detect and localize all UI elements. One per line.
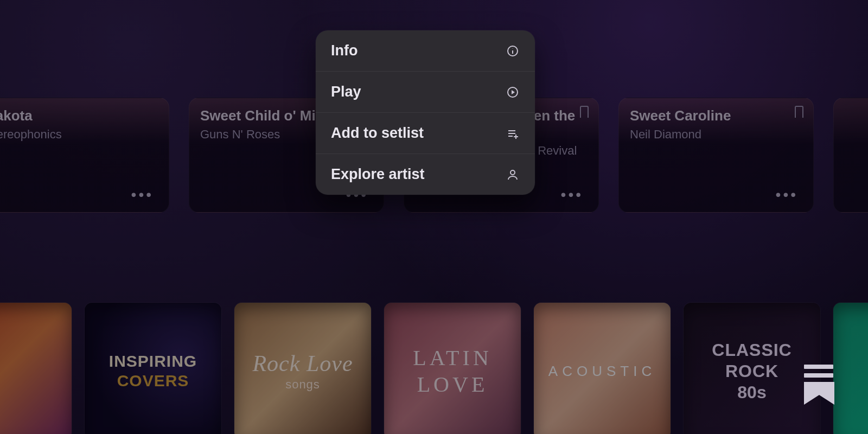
playlist-tile[interactable]: INSPIRING COVERS xyxy=(85,303,221,434)
menu-item-add-to-setlist[interactable]: Add to setlist xyxy=(316,113,535,154)
song-card[interactable]: Dakota Stereophonics ••• xyxy=(0,98,169,213)
tile-label: LOVE xyxy=(417,372,488,397)
playlist-tile[interactable]: LATIN LOVE xyxy=(384,303,521,434)
bookmark-icon xyxy=(795,106,803,118)
corner-bookmark-icon[interactable] xyxy=(804,365,834,405)
playlist-tile[interactable] xyxy=(0,303,72,434)
svg-point-10 xyxy=(510,170,515,175)
tile-label: Rock Love xyxy=(252,350,353,376)
more-icon[interactable]: ••• xyxy=(776,186,798,203)
playlist-tile[interactable] xyxy=(833,303,868,434)
context-menu: Info Play Add to setlist Explore artist xyxy=(316,30,535,195)
play-circle-icon xyxy=(506,85,520,99)
song-title: Dakota xyxy=(0,108,158,124)
tile-label: CLASSIC xyxy=(712,340,792,360)
menu-item-label: Add to setlist xyxy=(331,125,424,142)
song-artist: Stereophonics xyxy=(0,127,158,142)
svg-marker-11 xyxy=(804,382,834,405)
tile-label: INSPIRING xyxy=(109,352,197,371)
person-icon xyxy=(506,168,520,182)
playlist-add-icon xyxy=(506,126,520,141)
tile-label: songs xyxy=(285,378,320,392)
song-card[interactable]: Sweet Caroline Neil Diamond ••• xyxy=(618,98,814,213)
menu-item-explore-artist[interactable]: Explore artist xyxy=(316,154,535,195)
menu-item-label: Info xyxy=(331,42,358,59)
tile-label: COVERS xyxy=(117,372,189,390)
menu-item-label: Play xyxy=(331,84,361,100)
svg-point-2 xyxy=(513,48,513,49)
tile-label: 80s xyxy=(737,382,766,403)
song-artist: Neil Diamond xyxy=(630,127,802,142)
svg-marker-4 xyxy=(512,90,515,94)
info-icon xyxy=(506,44,520,58)
tile-label: ROCK xyxy=(725,361,778,381)
song-card[interactable] xyxy=(833,98,868,213)
more-icon[interactable]: ••• xyxy=(131,186,154,203)
tile-label: ACOUSTIC xyxy=(548,363,656,380)
menu-item-label: Explore artist xyxy=(331,166,425,183)
playlist-tile-row: INSPIRING COVERS Rock Love songs LATIN L… xyxy=(0,303,868,434)
menu-item-info[interactable]: Info xyxy=(316,30,535,72)
playlist-tile[interactable]: Rock Love songs xyxy=(234,303,371,434)
playlist-tile[interactable]: ACOUSTIC xyxy=(534,303,671,434)
more-icon[interactable]: ••• xyxy=(561,186,583,203)
playlist-tile[interactable]: CLASSIC ROCK 80s xyxy=(684,303,820,434)
bookmark-icon xyxy=(580,106,589,118)
menu-item-play[interactable]: Play xyxy=(316,72,535,113)
tile-label: LATIN xyxy=(413,345,492,371)
song-title: Sweet Caroline xyxy=(630,108,802,124)
